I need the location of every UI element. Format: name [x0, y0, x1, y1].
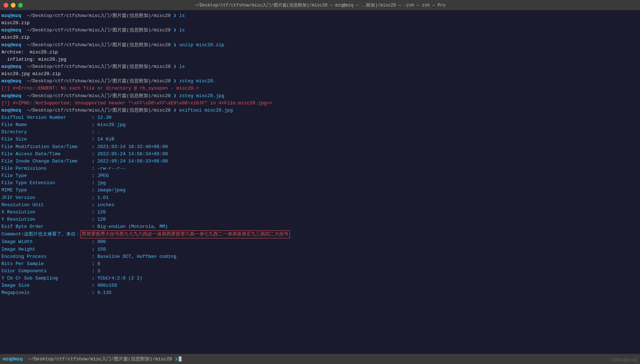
command-text: zsteg misc20. — [176, 78, 216, 85]
command-text: exiftool misc20.jpg — [176, 107, 233, 114]
terminal-body: mzq@mzq ~/Desktop/ctf/ctfshow/misc入门/图片篇… — [0, 10, 640, 364]
kv-line: File Type Extension : jpg — [1, 179, 639, 187]
kv-value: 900 — [97, 238, 106, 246]
kv-colon: : — [92, 158, 98, 165]
kv-key: File Permissions — [1, 165, 92, 172]
command-text: unzip misc20.zip — [176, 42, 225, 49]
kv-value: Big-endian (Motorola, MM) — [97, 223, 168, 230]
kv-line: ExifTool Version Number : 12.30 — [1, 114, 639, 121]
command-text: ls — [176, 27, 185, 34]
comment-line: Comment : 这图片也太难看了。来自：西替爱抚秀大括号西九七九六四必一谈易… — [1, 230, 639, 238]
kv-line: Image Size : 900x150 — [1, 282, 639, 289]
command-text: zsteg misc20.jpg — [176, 92, 225, 100]
kv-value: misc20.jpg — [97, 121, 125, 129]
kv-value: 2022:05:24 14:56:33+08:00 — [97, 158, 168, 165]
prompt-path: ~/Desktop/ctf/ctfshow/misc入门/图片篇(信息附加)/m… — [21, 12, 174, 20]
kv-colon: : — [92, 187, 98, 194]
kv-line: Y Resolution : 120 — [1, 216, 639, 223]
comment-boxed: 西替爱抚秀大括号西九七九六四必一谈易西爱抚零六易一弟七九西二一弟弟谈弟五九三易四… — [80, 230, 290, 238]
kv-line: File Size : 14 KiB — [1, 136, 639, 143]
prompt-line: mzq@mzq ~/Desktop/ctf/ctfshow/misc入门/图片篇… — [1, 107, 639, 114]
bottom-arrow: ❯ — [175, 356, 178, 362]
kv-value: jpg — [97, 179, 106, 187]
bottom-user: mzq@mzq — [3, 356, 23, 362]
prompt-path: ~/Desktop/ctf/ctfshow/misc入门/图片篇(信息附加)/m… — [21, 27, 174, 34]
output-line: misc20.zip — [1, 20, 639, 27]
prompt-path: ~/Desktop/ctf/ctfshow/misc入门/图片篇(信息附加)/m… — [21, 107, 174, 114]
prompt-user: mzq@mzq — [1, 12, 21, 20]
kv-key: MIME Type — [1, 187, 92, 194]
prompt-user: mzq@mzq — [1, 63, 21, 70]
kv-value: 14 KiB — [97, 136, 114, 143]
kv-line: File Name : misc20.jpg — [1, 121, 639, 129]
kv-value: 0.135 — [97, 289, 111, 296]
prompt-user: mzq@mzq — [1, 107, 21, 114]
prompt-user: mzq@mzq — [1, 92, 21, 100]
close-button[interactable] — [4, 3, 8, 8]
prompt-arrow: ❯ — [174, 27, 176, 34]
prompt-arrow: ❯ — [174, 63, 176, 70]
kv-line: File Inode Change Date/Time : 2022:05:24… — [1, 158, 639, 165]
prompt-line: mzq@mzq ~/Desktop/ctf/ctfshow/misc入门/图片篇… — [1, 63, 639, 70]
kv-line: Exif Byte Order : Big-endian (Motorola, … — [1, 223, 639, 230]
kv-key: Y Cb Cr Sub Sampling — [1, 275, 92, 282]
kv-line: Y Cb Cr Sub Sampling : YCbCr4:2:0 (2 2) — [1, 275, 639, 282]
kv-key: File Name — [1, 121, 92, 129]
kv-key: Megapixels — [1, 289, 92, 296]
kv-colon: : — [92, 202, 98, 209]
command-text: ls — [176, 63, 185, 70]
output-line: inflating: misc20.jpg — [1, 56, 639, 63]
kv-colon: : — [92, 268, 98, 275]
prompt-line: mzq@mzq ~/Desktop/ctf/ctfshow/misc入门/图片篇… — [1, 12, 639, 20]
kv-line: Image Height : 150 — [1, 246, 639, 253]
kv-colon: : — [92, 246, 98, 253]
prompt-path: ~/Desktop/ctf/ctfshow/misc入门/图片篇(信息附加)/m… — [21, 92, 174, 100]
kv-value: 3 — [97, 268, 100, 275]
output-line: [!] #<Errno::ENOENT: No such file or dir… — [1, 85, 639, 92]
kv-value: 1.01 — [97, 194, 108, 202]
kv-colon: : — [92, 143, 98, 151]
kv-key: Image Size — [1, 282, 92, 289]
kv-key: X Resolution — [1, 209, 92, 216]
kv-key: File Access Date/Time — [1, 151, 92, 158]
kv-line: Megapixels : 0.135 — [1, 289, 639, 296]
kv-colon: : — [92, 129, 98, 136]
kv-value: inches — [97, 202, 114, 209]
kv-key: Bits Per Sample — [1, 260, 92, 268]
kv-value: 120 — [97, 216, 106, 223]
kv-value: 12.30 — [97, 114, 111, 121]
prompt-path: ~/Desktop/ctf/ctfshow/misc入门/图片篇(信息附加)/m… — [21, 63, 174, 70]
kv-colon: : — [92, 179, 98, 187]
prompt-arrow: ❯ — [174, 107, 176, 114]
kv-colon: : — [92, 253, 98, 260]
prompt-user: mzq@mzq — [1, 27, 21, 34]
maximize-button[interactable] — [18, 3, 23, 8]
output-line: misc20.jpg misc20.zip — [1, 70, 639, 78]
kv-colon: : — [92, 216, 98, 223]
kv-line: Bits Per Sample : 8 — [1, 260, 639, 268]
kv-key: Resolution Unit — [1, 202, 92, 209]
comment-colon: : — [21, 231, 24, 238]
minimize-button[interactable] — [11, 3, 16, 8]
kv-line: Encoding Process : Baseline DCT, Huffman… — [1, 253, 639, 260]
prompt-line: mzq@mzq ~/Desktop/ctf/ctfshow/misc入门/图片篇… — [1, 78, 639, 85]
kv-key: Y Resolution — [1, 216, 92, 223]
kv-line: Image Width : 900 — [1, 238, 639, 246]
prompt-user: mzq@mzq — [1, 78, 21, 85]
kv-colon: : — [92, 289, 98, 296]
prompt-arrow: ❯ — [174, 92, 176, 100]
kv-line: File Permissions : -rw-r--r-- — [1, 165, 639, 172]
kv-colon: : — [92, 223, 98, 230]
kv-line: File Type : JPEG — [1, 172, 639, 179]
kv-key: File Size — [1, 136, 92, 143]
kv-key: File Type — [1, 172, 92, 179]
kv-line: Directory : . — [1, 129, 639, 136]
output-line: misc20.zip — [1, 34, 639, 41]
kv-colon: : — [92, 282, 98, 289]
csdn-watermark: CSDN @{mzq} — [610, 358, 637, 362]
kv-key: File Type Extension — [1, 179, 92, 187]
kv-key: Directory — [1, 129, 92, 136]
kv-key: Color Components — [1, 268, 92, 275]
kv-value: 150 — [97, 246, 106, 253]
comment-key: Comment — [1, 231, 21, 238]
